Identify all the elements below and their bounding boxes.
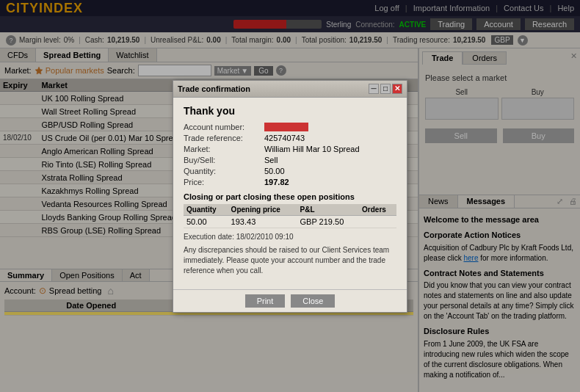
modal-close-btn[interactable]: Close (291, 294, 335, 308)
modal-footer: Print Close (173, 289, 407, 312)
modal-overlay: Trade confirmation ─ □ ✕ Thank you Accou… (0, 0, 580, 392)
modal-restore-button[interactable]: □ (380, 84, 391, 94)
modal-trade-ref-label: Trade reference: (184, 134, 264, 142)
pos-opening-price-cell: 193.43 (228, 215, 297, 228)
exec-date-row: Execution date: 18/02/2010 09:10 (184, 233, 396, 241)
positions-table: Quantity Opening price P&L Orders 50.00 … (184, 204, 396, 228)
modal-close-button[interactable]: ✕ (392, 84, 402, 94)
modal-price-value: 197.82 (264, 178, 289, 186)
modal-buysell-label: Buy/Sell: (184, 156, 264, 164)
modal-buysell-value: Sell (264, 156, 278, 164)
modal-market-label: Market: (184, 145, 264, 153)
modal-account-value-hidden (264, 123, 308, 131)
trade-confirmation-modal: Trade confirmation ─ □ ✕ Thank you Accou… (173, 80, 407, 313)
pos-orders-cell (359, 215, 396, 228)
col-orders: Orders (359, 204, 396, 216)
col-pl: P&L (297, 204, 360, 216)
modal-trade-ref-row: Trade reference: 425740743 (184, 134, 396, 142)
modal-title: Trade confirmation (178, 84, 369, 93)
modal-body: Thank you Account number: Trade referenc… (173, 98, 407, 289)
modal-minimize-button[interactable]: ─ (369, 84, 379, 94)
modal-thank-you: Thank you (184, 105, 396, 117)
col-opening-price: Opening price (228, 204, 297, 216)
print-button[interactable]: Print (245, 294, 286, 308)
modal-market-row: Market: William Hill Mar 10 Spread (184, 145, 396, 153)
modal-account-label: Account number: (184, 123, 264, 131)
exec-date-label: Execution date: (184, 233, 234, 241)
modal-account-row: Account number: (184, 123, 396, 131)
modal-header: Trade confirmation ─ □ ✕ (173, 81, 407, 98)
modal-closing-header: Closing or part closing these open posit… (184, 192, 396, 201)
modal-buysell-row: Buy/Sell: Sell (184, 156, 396, 164)
pos-qty-cell: 50.00 (184, 215, 228, 228)
modal-quantity-label: Quantity: (184, 167, 264, 175)
modal-quantity-row: Quantity: 50.00 (184, 167, 396, 175)
positions-row: 50.00 193.43 GBP 219.50 (184, 215, 396, 228)
exec-date-value: 18/02/2010 09:10 (236, 233, 294, 241)
modal-trade-ref-value: 425740743 (264, 134, 305, 142)
modal-quantity-value: 50.00 (264, 167, 285, 175)
pos-pl-cell: GBP 219.50 (297, 215, 360, 228)
modal-price-row: Price: 197.82 (184, 178, 396, 186)
modal-market-value: William Hill Mar 10 Spread (264, 145, 360, 153)
modal-buttons: ─ □ ✕ (369, 84, 402, 94)
col-qty: Quantity (184, 204, 228, 216)
modal-disclaimer: Any discrepancies should be raised to ou… (184, 245, 396, 276)
modal-price-label: Price: (184, 178, 264, 186)
